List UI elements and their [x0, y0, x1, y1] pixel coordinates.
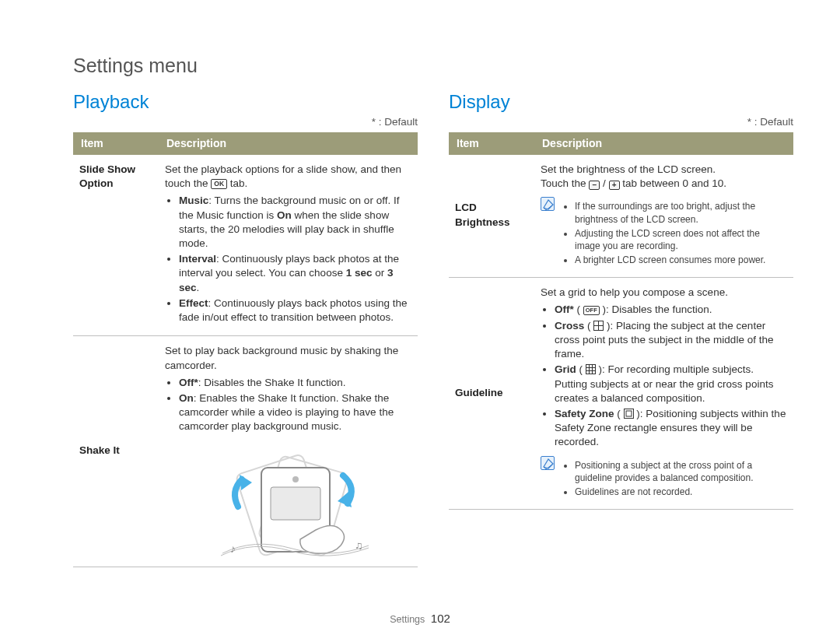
columns: Playback * : Default Item Description Sl…: [73, 91, 793, 567]
bullet-music: Music: Turns the background music on or …: [179, 194, 411, 251]
footer-page: 102: [431, 612, 450, 625]
guideline-bullets: Off* ( OFF ): Disables the function. Cro…: [541, 303, 787, 449]
off-icon: OFF: [583, 306, 600, 315]
bullet-gl-off: Off* ( OFF ): Disables the function.: [555, 303, 787, 317]
effect-label: Effect: [179, 297, 208, 309]
lcd-note-2: A brighter LCD screen consumes more powe…: [575, 254, 787, 266]
note-icon: [541, 197, 555, 211]
page-title: Settings menu: [73, 54, 793, 77]
lcd-note-block: If the surroundings are too bright, adju…: [541, 197, 787, 268]
svg-rect-3: [271, 487, 320, 520]
col-description: Description: [534, 132, 793, 155]
music-on: On: [277, 209, 292, 221]
svg-rect-18: [626, 411, 632, 416]
desc-guideline: Set a grid to help you compose a scene. …: [534, 278, 793, 510]
gl-off-text: : Disables the function.: [606, 303, 712, 315]
slideshow-intro-a: Set the playback options for a slide sho…: [165, 163, 401, 189]
gl-note-0: Positioning a subject at the cross point…: [575, 459, 787, 484]
desc-slideshow: Set the playback options for a slide sho…: [159, 155, 418, 336]
lcd-slash: /: [600, 177, 608, 189]
lcd-line2: Touch the – / + tab between 0 and 10.: [541, 177, 787, 191]
svg-point-4: [292, 476, 299, 482]
lcd-note-0: If the surroundings are too bright, adju…: [575, 200, 787, 225]
desc-lcd: Set the brightness of the LCD screen. To…: [534, 155, 793, 278]
plus-icon: +: [609, 181, 620, 190]
guideline-note-block: Positioning a subject at the cross point…: [541, 456, 787, 500]
shakeit-bullets: Off*: Disables the Shake It function. On…: [165, 376, 411, 434]
footer-section: Settings: [390, 614, 425, 625]
ok-icon: OK: [211, 179, 227, 189]
lcd-note-1: Adjusting the LCD screen does not affect…: [575, 227, 787, 252]
display-table: Item Description LCD Brightness Set the …: [449, 132, 793, 510]
slideshow-intro-b: tab.: [227, 177, 247, 189]
col-description: Description: [159, 132, 418, 155]
row-shakeit: Shake It Set to play back background mus…: [73, 336, 418, 567]
col-item: Item: [449, 132, 534, 155]
minus-icon: –: [589, 181, 600, 190]
shakeit-intro: Set to play back background music by sha…: [165, 345, 398, 370]
bullet-gl-cross: Cross ( ): Placing the subject at the ce…: [555, 319, 787, 362]
interval-label: Interval: [179, 253, 216, 265]
row-lcd: LCD Brightness Set the brightness of the…: [449, 155, 793, 278]
svg-rect-12: [586, 365, 595, 374]
gl-cross-text: : Placing the subject at the center cros…: [555, 320, 773, 360]
grid-icon: [586, 364, 596, 374]
default-note-right: * : Default: [449, 116, 793, 128]
interval-1s: 1 sec: [346, 267, 373, 279]
item-guideline: Guideline: [449, 278, 534, 510]
bullet-gl-grid: Grid ( ): For recording multiple subject…: [555, 363, 787, 405]
svg-text:♪: ♪: [230, 542, 236, 555]
interval-period: .: [197, 282, 200, 293]
manual-page: Settings menu Playback * : Default Item …: [0, 0, 840, 642]
item-slideshow: Slide Show Option: [73, 155, 159, 336]
page-footer: Settings 102: [0, 612, 840, 625]
safety-zone-icon: [624, 409, 634, 419]
lcd-notes: If the surroundings are too bright, adju…: [561, 200, 787, 268]
default-note-left: * : Default: [73, 116, 418, 128]
svg-marker-5: [240, 475, 252, 490]
shakeit-on-label: On: [179, 392, 194, 404]
playback-heading: Playback: [73, 91, 418, 113]
shakeit-on-text: : Enables the Shake It function. Shake t…: [179, 392, 394, 432]
svg-text:♫: ♫: [355, 539, 363, 552]
guideline-intro: Set a grid to help you compose a scene.: [541, 286, 728, 298]
gl-off-label: Off*: [555, 303, 574, 315]
gl-grid-label: Grid: [555, 363, 576, 375]
bullet-off: Off*: Disables the Shake It function.: [179, 376, 411, 390]
display-heading: Display: [449, 91, 793, 113]
shakeit-illustration: ♪ ♫: [199, 440, 378, 557]
shakeit-off-text: : Disables the Shake It function.: [198, 377, 346, 388]
item-shakeit: Shake It: [73, 336, 159, 567]
shakeit-off-label: Off*: [179, 377, 198, 388]
desc-shakeit: Set to play back background music by sha…: [159, 336, 418, 567]
gl-sz-label: Safety Zone: [555, 408, 614, 419]
svg-rect-17: [624, 409, 633, 419]
effect-text: : Continuously plays back photos using t…: [179, 297, 407, 323]
lcd-line1: Set the brightness of the LCD screen.: [541, 163, 787, 177]
note-icon: [541, 456, 555, 470]
lcd-line2b: tab between 0 and 10.: [620, 177, 726, 189]
gl-note-1: Guidelines are not recorded.: [575, 486, 787, 498]
cross-icon: [593, 321, 604, 331]
row-slideshow: Slide Show Option Set the playback optio…: [73, 155, 418, 336]
col-item: Item: [73, 132, 159, 155]
display-column: Display * : Default Item Description LCD…: [449, 91, 793, 567]
bullet-effect: Effect: Continuously plays back photos u…: [179, 296, 411, 325]
lcd-line2a: Touch the: [541, 177, 589, 189]
guideline-notes: Positioning a subject at the cross point…: [561, 459, 787, 500]
playback-table: Item Description Slide Show Option Set t…: [73, 132, 418, 567]
item-lcd: LCD Brightness: [449, 155, 534, 278]
bullet-interval: Interval: Continuously plays back photos…: [179, 252, 411, 295]
slideshow-bullets: Music: Turns the background music on or …: [165, 194, 411, 325]
playback-column: Playback * : Default Item Description Sl…: [73, 91, 418, 567]
interval-or: or: [372, 267, 387, 279]
bullet-on: On: Enables the Shake It function. Shake…: [179, 391, 411, 434]
bullet-gl-sz: Safety Zone ( ): Positioning subjects wi…: [555, 407, 787, 450]
row-guideline: Guideline Set a grid to help you compose…: [449, 278, 793, 510]
music-label: Music: [179, 195, 208, 206]
gl-cross-label: Cross: [555, 320, 584, 332]
